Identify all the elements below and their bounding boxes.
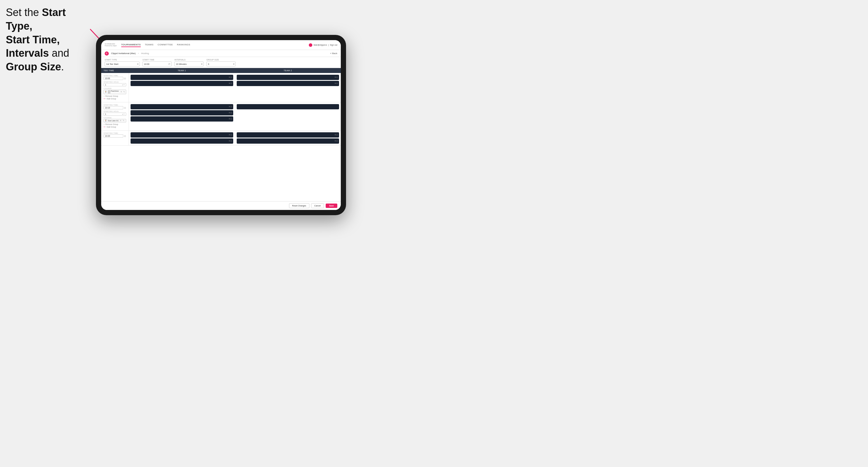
- group-3-left: STARTING TIME: 10:20 ⊙: [101, 130, 129, 146]
- starting-time-input-3[interactable]: 10:20: [103, 134, 123, 137]
- course-name-1: (A) Peachtree GC: [108, 90, 119, 94]
- group-3-team1: ✕ ⊙ ✕ ⊙: [129, 130, 235, 146]
- col-team1: Team 1: [129, 68, 235, 73]
- start-type-select[interactable]: 1st Tee Start ▾: [105, 61, 140, 67]
- nav-tab-rankings[interactable]: RANKINGS: [177, 43, 190, 47]
- expand-icon-5[interactable]: ⊙: [230, 105, 232, 108]
- expand-icon-6[interactable]: ⊙: [230, 112, 232, 114]
- remove-course-1[interactable]: ✕: [120, 91, 122, 93]
- course-icon-2: 🏌: [105, 120, 107, 122]
- group-3-team2: ✕ ⊙ ✕ ⊙: [235, 130, 341, 146]
- starting-time-label-2: STARTING TIME:: [103, 104, 126, 106]
- logo-sub: Powered by clippd: [105, 45, 117, 47]
- course-name-2: East Lake GC: [108, 120, 119, 122]
- course-label-1: COURSE:: [103, 88, 126, 89]
- expand-icon-3[interactable]: ⊙: [336, 76, 338, 79]
- time-clock-icon-1: ⊙: [124, 77, 126, 80]
- starting-time-label-3: STARTING TIME:: [103, 132, 126, 134]
- remove-group-circle-icon-2: ○: [103, 123, 105, 125]
- tablet-screen: SCOREBOARD Powered by clippd TOURNAMENTS…: [101, 40, 341, 210]
- nav-tab-committee[interactable]: COMMITTEE: [158, 43, 173, 47]
- group-1-team1: ✕ ⊙ ✕ ⊙: [129, 73, 235, 102]
- hosting-label: Hosting: [141, 52, 149, 55]
- start-type-group: Start Type 1st Tee Start ▾: [105, 59, 140, 67]
- group-size-select[interactable]: 3 ▾: [207, 61, 236, 67]
- remove-group-label-2: Remove Group: [105, 123, 118, 125]
- expand-icon-7[interactable]: ⊙: [230, 118, 232, 120]
- tournament-title: Clippd Invitational (Mar): [111, 52, 135, 55]
- starting-hole-label-2: STARTING HOLE:: [103, 111, 126, 112]
- cancel-button[interactable]: Cancel: [311, 203, 324, 208]
- start-type-label: Start Type: [105, 59, 140, 61]
- table-header: Tee Time Team 1 Team 2: [101, 68, 341, 73]
- time-clock-icon-3: ⊙: [124, 135, 126, 137]
- start-time-select[interactable]: 10:00 ⏱: [143, 61, 172, 67]
- team1-slot-2-2: ✕ ⊙: [130, 110, 233, 116]
- team1-slot-2-1: ✕ ⊙: [130, 104, 233, 109]
- tablet-frame: SCOREBOARD Powered by clippd TOURNAMENTS…: [96, 35, 346, 215]
- nav-tab-tournaments[interactable]: TOURNAMENTS: [121, 43, 141, 47]
- expand-icon-8[interactable]: ⊙: [230, 134, 232, 136]
- start-time-group: Start Time 10:00 ⏱: [143, 59, 172, 67]
- starting-hole-value-2: 1 ▲▼: [103, 113, 126, 116]
- nav-tab-teams[interactable]: TEAMS: [145, 43, 154, 47]
- instruction-bold-start-time: Start Time,: [6, 34, 60, 45]
- add-group-label-2: + Add Group: [105, 126, 116, 128]
- nav-tabs: TOURNAMENTS TEAMS COMMITTEE RANKINGS: [121, 43, 309, 47]
- starting-hole-input-2[interactable]: 1 ▲▼: [103, 113, 126, 116]
- spinner-arrows-2[interactable]: ▲▼: [122, 114, 125, 115]
- remove-group-2[interactable]: ○ Remove Group: [103, 123, 126, 125]
- group-size-label: Group Size: [207, 59, 236, 61]
- starting-hole-input-1[interactable]: 1 ▲▼: [103, 83, 126, 86]
- edit-course-1[interactable]: ✎: [123, 91, 125, 93]
- back-button[interactable]: < Back: [330, 52, 337, 55]
- instruction-bold-intervals: Intervals: [6, 47, 49, 59]
- add-group-1[interactable]: + + Add Group: [103, 97, 126, 100]
- remove-course-2[interactable]: ✕: [120, 120, 122, 122]
- remove-group-circle-icon-1: ○: [103, 95, 105, 97]
- add-group-plus-icon-1: +: [103, 97, 105, 100]
- reset-changes-button[interactable]: Reset Changes: [289, 203, 309, 208]
- group-2-team2: [235, 102, 341, 130]
- expand-icon-4[interactable]: ⊙: [336, 82, 338, 85]
- add-group-plus-icon-2: +: [103, 126, 105, 128]
- spinner-arrows-1[interactable]: ▲▼: [122, 84, 125, 86]
- app-logo: SCOREBOARD Powered by clippd: [105, 43, 117, 46]
- add-group-label-1: + Add Group: [105, 98, 116, 100]
- group-size-value: 3: [208, 63, 209, 65]
- add-group-2[interactable]: + + Add Group: [103, 126, 126, 128]
- time-clock-icon-2: ⊙: [124, 106, 126, 109]
- expand-icon-10[interactable]: ⊙: [336, 134, 338, 136]
- team1-slot-2-3: ✕ ⊙: [130, 116, 233, 122]
- col-tee-time: Tee Time: [101, 68, 129, 73]
- sign-out-link[interactable]: Sign out: [330, 44, 337, 46]
- expand-icon-2[interactable]: ⊙: [230, 82, 232, 85]
- chevron-down-icon-2: ▾: [201, 63, 203, 65]
- save-button[interactable]: Save: [326, 204, 337, 208]
- group-row-3: STARTING TIME: 10:20 ⊙ ✕ ⊙ ✕ ⊙: [101, 130, 341, 146]
- breadcrumb-sep: ›: [138, 52, 139, 55]
- nav-bar: SCOREBOARD Powered by clippd TOURNAMENTS…: [101, 40, 341, 50]
- starting-time-input-1[interactable]: 10:00: [103, 77, 123, 80]
- intervals-select[interactable]: 10 Minutes ▾: [175, 61, 204, 67]
- group-2-team1: ✕ ⊙ ✕ ⊙ ✕ ⊙: [129, 102, 235, 130]
- hole-number-1: 1: [105, 84, 106, 86]
- expand-icon[interactable]: ⊙: [230, 76, 232, 79]
- team2-slot-1-2: ✕ ⊙: [237, 81, 339, 86]
- nav-user: blair@clippd.io | Sign out: [309, 43, 337, 47]
- starting-time-value-2: 10:10 ⊙: [103, 106, 126, 109]
- remove-group-1[interactable]: ○ Remove Group: [103, 95, 126, 97]
- starting-time-input-2[interactable]: 10:10: [103, 106, 123, 109]
- course-icon-1: 🏌: [105, 91, 107, 93]
- team2-slot-1-1: ✕ ⊙: [237, 75, 339, 80]
- starting-hole-value-1: 1 ▲▼: [103, 83, 126, 86]
- group-1-left: STARTING TIME: 10:00 ⊙ STARTING HOLE: 1 …: [101, 73, 129, 102]
- instruction-bold-group-size: Group Size: [6, 61, 61, 73]
- team1-slot-1-2: ✕ ⊙: [130, 81, 233, 86]
- starting-time-value-1: 10:00 ⊙: [103, 77, 126, 80]
- expand-icon-11[interactable]: ⊙: [336, 140, 338, 142]
- expand-icon-9[interactable]: ⊙: [230, 140, 232, 142]
- edit-course-2[interactable]: ✎: [123, 120, 124, 122]
- start-type-value: 1st Tee Start: [106, 63, 118, 65]
- course-tag-2: 🏌 East Lake GC ✕ ✎: [103, 119, 126, 122]
